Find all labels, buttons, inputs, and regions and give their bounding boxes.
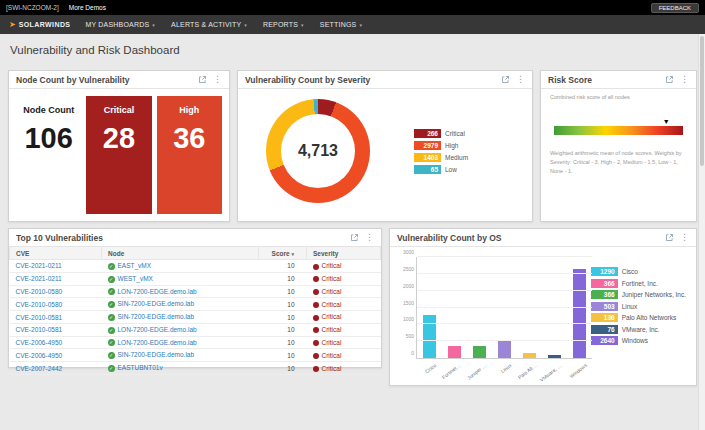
node-link[interactable]: SIN-7200-EDGE.demo.lab: [118, 300, 195, 307]
kebab-menu-icon[interactable]: ⋮: [680, 233, 689, 242]
node-cell: ✓WEST_vMX: [102, 272, 259, 285]
feedback-button[interactable]: FEEDBACK: [651, 3, 699, 13]
card-actions: ⋮: [350, 233, 374, 242]
severity-cell: Critical: [307, 336, 381, 349]
legend-swatch: 366: [591, 290, 618, 299]
bar-cisco[interactable]: [423, 315, 436, 358]
bar-linux[interactable]: [498, 341, 511, 358]
severity-cell: Critical: [307, 260, 381, 273]
severity-label: Critical: [322, 339, 342, 346]
more-demos-link[interactable]: More Demos: [69, 4, 106, 11]
severity-dot-icon: [313, 289, 319, 295]
bar-fortinet-inc[interactable]: [448, 346, 461, 358]
node-link[interactable]: EAST_vMX: [118, 262, 152, 269]
severity-legend-item: 1403Medium: [414, 153, 468, 162]
legend-swatch: 65: [414, 165, 441, 174]
card-title: Vulnerability Count by Severity: [245, 75, 501, 85]
card-title: Risk Score: [548, 75, 665, 85]
cve-link[interactable]: CVE-2006-4950: [16, 352, 63, 359]
os-legend-item: 1290Cisco: [591, 267, 686, 276]
kebab-menu-icon[interactable]: ⋮: [213, 75, 222, 84]
nav-item-reports[interactable]: REPORTS▾: [263, 21, 304, 28]
cve-link[interactable]: CVE-2021-0211: [16, 262, 62, 269]
cve-link[interactable]: CVE-2010-0580: [16, 288, 63, 295]
cve-link[interactable]: CVE-2010-0581: [16, 326, 63, 333]
x-axis-label: Palo Alt…: [516, 362, 537, 380]
node-link[interactable]: SIN-7200-EDGE.demo.lab: [118, 313, 195, 320]
risk-marker-icon: ▼: [663, 118, 670, 125]
score-cell: 10: [259, 323, 307, 336]
cve-link[interactable]: CVE-2006-4950: [16, 339, 63, 346]
kebab-menu-icon[interactable]: ⋮: [680, 75, 689, 84]
node-link[interactable]: WEST_vMX: [118, 275, 153, 282]
kebab-menu-icon[interactable]: ⋮: [516, 75, 525, 84]
y-axis-tick-label: 2500: [403, 266, 414, 272]
cve-cell: CVE-2010-0581: [10, 323, 102, 336]
legend-swatch: 266: [414, 129, 441, 138]
vertical-scrollbar[interactable]: [698, 34, 705, 430]
bar-windows[interactable]: [573, 269, 586, 358]
tile-label: Node Count: [23, 105, 74, 115]
legend-swatch: 2640: [591, 336, 618, 345]
x-label-slot: Windows: [573, 361, 586, 383]
cve-cell: CVE-2007-2442: [10, 362, 102, 375]
node-link[interactable]: SIN-7200-EDGE.demo.lab: [118, 351, 195, 358]
export-icon[interactable]: [198, 75, 207, 84]
bar-palo-alto-networks[interactable]: [523, 353, 536, 358]
tile-value: 36: [173, 124, 205, 153]
severity-cell: Critical: [307, 298, 381, 311]
export-icon[interactable]: [665, 233, 674, 242]
cve-cell: CVE-2006-4950: [10, 349, 102, 362]
export-icon[interactable]: [350, 233, 359, 242]
bar-vmware-inc[interactable]: [548, 355, 561, 358]
node-link[interactable]: EASTUBNT01v: [118, 364, 163, 371]
node-up-icon: ✓: [108, 314, 115, 321]
column-header-score[interactable]: Score ▾: [259, 247, 307, 260]
cve-cell: CVE-2021-0211: [10, 260, 102, 273]
legend-label: Fortinet, Inc.: [622, 280, 658, 287]
cve-link[interactable]: CVE-2010-0580: [16, 301, 63, 308]
column-header-node[interactable]: Node: [102, 247, 259, 260]
nav-item-settings[interactable]: SETTINGS▾: [320, 21, 362, 28]
export-icon[interactable]: [665, 75, 674, 84]
vuln-tile-node-count[interactable]: Node Count106: [16, 96, 81, 214]
node-link[interactable]: LON-7200-EDGE.demo.lab: [118, 339, 197, 346]
node-link[interactable]: LON-7200-EDGE.demo.lab: [118, 288, 197, 295]
kebab-menu-icon[interactable]: ⋮: [365, 233, 374, 242]
y-axis-tick-label: 1500: [403, 300, 414, 306]
cve-link[interactable]: CVE-2010-0581: [16, 314, 63, 321]
legend-label: High: [445, 142, 458, 149]
node-cell: ✓LON-7200-EDGE.demo.lab: [102, 336, 259, 349]
site-label: [SWI-NCZOOM-2]: [6, 4, 59, 11]
severity-label: Critical: [322, 262, 342, 269]
column-header-severity[interactable]: Severity: [307, 247, 381, 260]
gridline: [417, 340, 592, 341]
severity-legend-item: 65Low: [414, 165, 468, 174]
table-row: CVE-2010-0580✓LON-7200-EDGE.demo.lab10Cr…: [10, 285, 381, 298]
x-label-slot: Juniper …: [472, 361, 485, 383]
export-icon[interactable]: [501, 75, 510, 84]
scrollbar-thumb[interactable]: [700, 36, 704, 166]
cve-link[interactable]: CVE-2007-2442: [16, 365, 63, 372]
legend-label: Linux: [622, 303, 638, 310]
risk-score-gauge: ▼: [554, 126, 683, 135]
vuln-tile-high[interactable]: High36: [157, 96, 222, 214]
cve-link[interactable]: CVE-2021-0211: [16, 275, 62, 282]
solarwinds-logo-icon: ➤: [9, 21, 16, 29]
severity-label: Critical: [322, 313, 342, 320]
y-axis-tick-label: 0: [411, 350, 414, 356]
brand-logo[interactable]: ➤ SOLARWINDS: [9, 21, 70, 29]
nav-item-alerts-activity[interactable]: ALERTS & ACTIVITY▾: [171, 21, 247, 28]
cve-cell: CVE-2010-0580: [10, 298, 102, 311]
y-axis-tick-label: 1000: [403, 316, 414, 322]
severity-label: Critical: [322, 301, 342, 308]
table-row: CVE-2010-0580✓SIN-7200-EDGE.demo.lab10Cr…: [10, 298, 381, 311]
column-header-cve[interactable]: CVE: [10, 247, 102, 260]
severity-cell: Critical: [307, 323, 381, 336]
bar-juniper-networks-inc[interactable]: [473, 346, 486, 358]
x-axis-label: Windows: [568, 362, 588, 379]
vuln-tile-critical[interactable]: Critical28: [86, 96, 151, 214]
node-cell: ✓EAST_vMX: [102, 260, 259, 273]
nav-item-my-dashboards[interactable]: MY DASHBOARDS▾: [85, 21, 155, 28]
node-link[interactable]: LON-7200-EDGE.demo.lab: [118, 326, 197, 333]
